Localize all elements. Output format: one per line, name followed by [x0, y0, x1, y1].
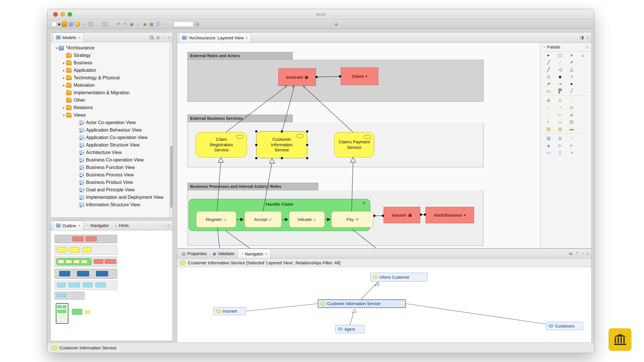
- expander-icon[interactable]: ▸: [62, 84, 66, 87]
- tree-item-architecture-view[interactable]: Architecture View: [51, 149, 170, 156]
- group-business-processes[interactable]: Business Processes and Internal Actors /…: [187, 183, 318, 190]
- dot-icon[interactable]: [58, 23, 60, 26]
- nav-node-customer-information-service[interactable]: Customer Information Service: [318, 299, 406, 308]
- serving-tool[interactable]: ↗: [566, 60, 577, 64]
- application-interface-tool[interactable]: ◦: [566, 136, 577, 140]
- element-pay[interactable]: Pay⟳: [331, 211, 374, 228]
- tree-item-business-co-operation-view[interactable]: Business Co-operation View: [51, 156, 170, 164]
- influence-tool[interactable]: ↗: [566, 74, 577, 79]
- close-icon[interactable]: ×: [78, 224, 80, 228]
- tree-scrollbar[interactable]: [170, 43, 172, 217]
- model-icon[interactable]: [75, 22, 80, 27]
- redo-icon[interactable]: ↷: [122, 22, 128, 27]
- open-folder-icon[interactable]: [62, 22, 67, 27]
- contract-tool[interactable]: ▥: [543, 127, 554, 131]
- element-register[interactable]: Register▷: [196, 211, 236, 228]
- composition-tool[interactable]: ◆: [554, 74, 566, 79]
- aggregation-tool[interactable]: ◇: [543, 74, 554, 79]
- tree-item-application[interactable]: ▸Application: [51, 67, 170, 74]
- element-claim-registration-service[interactable]: Claim Registration Service: [196, 132, 247, 157]
- element-accept[interactable]: Accept▷: [244, 211, 282, 228]
- element-claims-payment-service[interactable]: Claims Payment Service: [334, 132, 374, 157]
- selection-handle[interactable]: [281, 157, 283, 159]
- diagram-canvas[interactable]: External Roles and Actors External Busin…: [177, 43, 541, 249]
- nav-node-customers[interactable]: Customers: [546, 322, 583, 330]
- assessment-tool[interactable]: ◌: [566, 98, 577, 102]
- close-icon[interactable]: ×: [265, 252, 268, 256]
- close-icon[interactable]: ×: [78, 35, 80, 40]
- junction-tool[interactable]: ●: [566, 82, 577, 86]
- tree-item-motivation[interactable]: ▸Motivation: [51, 82, 170, 89]
- application-event-tool[interactable]: ◑: [566, 150, 577, 155]
- product-tool[interactable]: ▬: [566, 127, 577, 131]
- tree-item-implementation-and-deployment-view[interactable]: Implementation and Deployment View: [51, 194, 170, 201]
- tree-item-views[interactable]: ▾Views: [51, 111, 170, 119]
- representation-tool[interactable]: ▤: [554, 127, 566, 131]
- selection-handle[interactable]: [306, 157, 308, 159]
- application-collaboration-tool[interactable]: ◎: [554, 136, 566, 140]
- tree-item-archisurance[interactable]: ▾*Archisurance: [51, 44, 170, 52]
- minimize-icon[interactable]: −: [162, 224, 165, 228]
- tree-item-business-product-view[interactable]: Business Product View: [51, 179, 170, 186]
- business-actor-tool[interactable]: ○: [543, 105, 554, 109]
- minimize-icon[interactable]: −: [581, 252, 584, 256]
- tree-item-business-function-view[interactable]: Business Function View: [51, 164, 170, 171]
- expander-icon[interactable]: ▾: [54, 46, 59, 50]
- toolbar-search-button[interactable]: ◎: [195, 22, 200, 27]
- tab-navigator-side[interactable]: ◔ Navigator: [83, 221, 112, 230]
- application-function-tool[interactable]: ▲: [543, 143, 554, 147]
- pin-icon[interactable]: ⌃: [575, 252, 579, 256]
- selection-handle[interactable]: [255, 157, 257, 159]
- element-valuate[interactable]: Valuate▷: [289, 211, 325, 228]
- nav-node-insurant[interactable]: Insurant: [213, 307, 246, 315]
- tree-item-actor-co-operation-view[interactable]: Actor Co-operation View: [51, 119, 170, 126]
- tree-item-relations[interactable]: ▸Relations: [51, 104, 170, 111]
- group-tool[interactable]: ▛: [554, 89, 566, 93]
- stakeholder-tool[interactable]: ◉: [543, 98, 554, 102]
- marquee-tool[interactable]: ▢: [554, 53, 566, 57]
- expander-icon[interactable]: ▸: [62, 76, 66, 80]
- element-insurer[interactable]: Insurer ▣: [384, 207, 420, 223]
- tab-validator[interactable]: ◉ Validator: [210, 249, 237, 258]
- archi-app-icon[interactable]: [609, 328, 631, 351]
- new-file-icon[interactable]: [51, 22, 57, 27]
- application-process-tool[interactable]: ▷: [554, 143, 566, 147]
- expander-icon[interactable]: ▸: [62, 61, 66, 65]
- chevron-right-icon[interactable]: ▷: [586, 45, 589, 49]
- scrollbar-thumb[interactable]: [170, 146, 172, 208]
- palette-header[interactable]: ◔ Palette ▷: [540, 43, 591, 51]
- business-interface-tool[interactable]: ◦: [543, 112, 554, 117]
- maximize-icon[interactable]: □: [587, 35, 589, 39]
- business-object-tool[interactable]: ▤: [566, 120, 577, 124]
- link-with-editor-icon[interactable]: ◎: [156, 35, 160, 39]
- search-icon[interactable]: [150, 36, 153, 39]
- business-process-tool[interactable]: ▷: [554, 112, 566, 117]
- access-tool[interactable]: ⋰: [554, 60, 566, 64]
- minimize-icon[interactable]: −: [162, 35, 165, 39]
- assignment-tool[interactable]: ╱: [543, 67, 554, 72]
- expander-icon[interactable]: ▾: [62, 113, 66, 117]
- business-service-tool[interactable]: ▭: [554, 120, 566, 124]
- save-icon[interactable]: ▤: [68, 22, 74, 27]
- selection-handle[interactable]: [306, 130, 308, 132]
- driver-tool[interactable]: ◎: [554, 98, 566, 102]
- toolbar-search-input[interactable]: [173, 21, 193, 27]
- tab-properties[interactable]: ▤ Properties: [179, 249, 210, 258]
- undo-icon[interactable]: ↶: [116, 22, 121, 27]
- tab-models[interactable]: Models ×: [53, 32, 84, 42]
- connection-tool[interactable]: ╱: [566, 89, 577, 93]
- association-tool[interactable]: ╱: [543, 60, 554, 64]
- application-interaction-tool[interactable]: ◐: [566, 143, 577, 147]
- application-component-tool[interactable]: ▤: [543, 136, 554, 140]
- tree-item-strategy[interactable]: Strategy: [51, 52, 170, 59]
- magic-connector-tool[interactable]: ▵: [577, 53, 589, 57]
- more-icon[interactable]: –: [82, 22, 87, 27]
- element-customer-information-service[interactable]: Customer Information Service: [256, 131, 307, 158]
- group-external-roles-actors[interactable]: External Roles and Actors: [187, 52, 293, 59]
- expander-icon[interactable]: ▸: [62, 69, 66, 72]
- history-icon[interactable]: ○: [162, 22, 167, 27]
- tab-hints[interactable]: ○ Hints: [112, 221, 132, 230]
- selection-handle[interactable]: [255, 130, 257, 132]
- tab-layered-view[interactable]: *Archisurance: Layered View ×: [179, 33, 251, 42]
- business-role-tool[interactable]: ◔: [554, 105, 566, 109]
